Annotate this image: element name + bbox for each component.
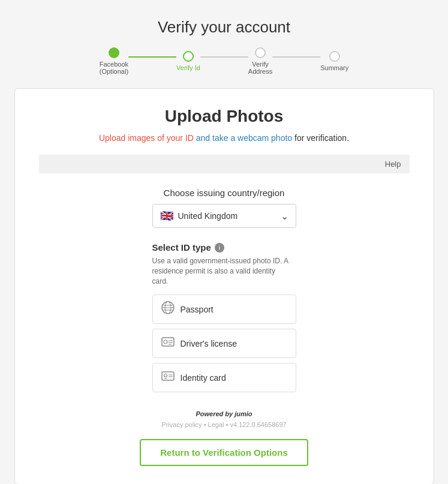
svg-point-11 (164, 374, 167, 377)
help-bar: Help (39, 155, 410, 173)
powered-by-brand: jumio (234, 410, 252, 417)
powered-by-text: Powered by (196, 410, 233, 417)
step-line-3 (272, 56, 320, 58)
country-select[interactable]: 🇬🇧 United Kingdom ⌄ (152, 204, 296, 228)
country-section-label: Choose issuing country/region (164, 188, 285, 198)
step-label-verify-id: Verify Id (176, 64, 200, 71)
step-circle-facebook (109, 47, 119, 58)
subtitle-webcam: and take a webcam photo (194, 133, 292, 143)
stepper-row: Facebook(Optional) Verify Id VerifyAddre… (100, 47, 348, 75)
return-to-verification-button[interactable]: Return to Verification Options (140, 439, 308, 466)
id-type-section: Select ID type i Use a valid government-… (152, 242, 296, 392)
help-text[interactable]: Help (385, 160, 401, 169)
step-verify-id: Verify Id (176, 51, 200, 71)
legal-link[interactable]: Legal (208, 421, 224, 428)
id-options: Passport Driver's license (152, 294, 296, 392)
country-name: United Kingdom (178, 211, 238, 221)
chevron-down-icon: ⌄ (281, 211, 288, 222)
page-wrapper: Verify your account Facebook(Optional) V… (12, 12, 436, 484)
footer-links: Privacy policy • Legal • v4.122.0.646586… (161, 421, 286, 428)
upload-subtitle: Upload images of your ID and take a webc… (99, 133, 349, 143)
step-line-1 (128, 56, 176, 58)
step-line-2 (200, 56, 248, 58)
powered-by: Powered by jumio (196, 410, 252, 417)
info-icon[interactable]: i (215, 243, 224, 252)
country-flag: 🇬🇧 (160, 209, 173, 223)
id-option-passport[interactable]: Passport (152, 294, 296, 324)
page-title: Verify your account (158, 18, 290, 37)
stepper: Facebook(Optional) Verify Id VerifyAddre… (100, 47, 348, 75)
passport-icon (161, 301, 175, 317)
identity-card-label: Identity card (181, 373, 226, 383)
step-label-verify-address: VerifyAddress (248, 61, 272, 75)
subtitle-id: Upload images of your ID (99, 133, 194, 143)
passport-label: Passport (181, 305, 214, 314)
id-type-header: Select ID type i (152, 242, 296, 252)
step-label-facebook: Facebook(Optional) (100, 61, 128, 75)
id-option-identity-card[interactable]: Identity card (152, 363, 296, 392)
step-facebook: Facebook(Optional) (100, 47, 128, 75)
id-option-drivers-license[interactable]: Driver's license (152, 329, 296, 358)
id-type-desc: Use a valid government-issued photo ID. … (152, 256, 290, 286)
step-circle-verify-id (183, 51, 194, 62)
country-left: 🇬🇧 United Kingdom (160, 209, 238, 223)
step-label-summary: Summary (320, 64, 348, 71)
step-circle-verify-address (255, 47, 266, 58)
drivers-license-icon (161, 335, 175, 351)
privacy-policy-link[interactable]: Privacy policy (161, 421, 202, 428)
main-card: Upload Photos Upload images of your ID a… (14, 88, 434, 484)
svg-point-6 (164, 340, 167, 344)
upload-title: Upload Photos (165, 107, 284, 126)
step-verify-address: VerifyAddress (248, 47, 272, 75)
step-circle-summary (329, 51, 340, 62)
drivers-license-label: Driver's license (181, 339, 237, 348)
identity-card-icon (161, 369, 175, 386)
subtitle-plain: for verification. (292, 133, 349, 143)
step-summary: Summary (320, 51, 348, 71)
footer-version: • v4.122.0.64658697 (226, 421, 287, 428)
card-footer: Powered by jumio Privacy policy • Legal … (140, 410, 308, 466)
svg-rect-10 (162, 372, 174, 380)
footer-bullet: • (204, 421, 206, 428)
id-type-title: Select ID type (152, 242, 211, 252)
